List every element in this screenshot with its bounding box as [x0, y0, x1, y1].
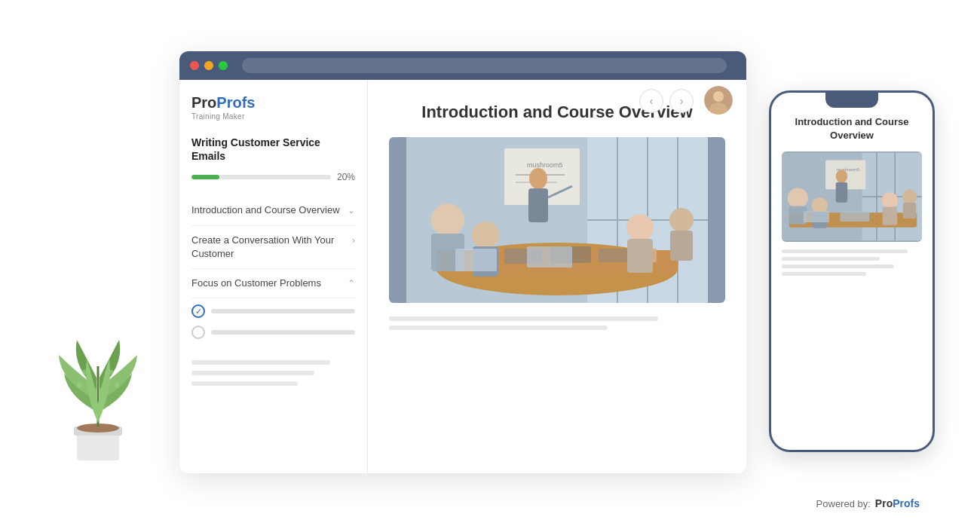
- user-avatar[interactable]: [704, 86, 733, 115]
- phone-line-1: [782, 249, 908, 253]
- phone-slide-title: Introduction and Course Overview: [782, 115, 922, 142]
- course-title: Writing Customer Service Emails: [191, 136, 355, 163]
- placeholder-line-1: [191, 360, 330, 365]
- sidebar: ProProfs Training Maker Writing Customer…: [179, 80, 368, 473]
- prev-icon: ‹: [650, 95, 654, 107]
- svg-rect-37: [455, 249, 497, 271]
- svg-rect-36: [670, 231, 693, 261]
- svg-point-50: [836, 170, 848, 183]
- svg-rect-51: [836, 182, 848, 203]
- check-circle-icon: ✓: [191, 304, 205, 318]
- next-icon: ›: [680, 95, 684, 107]
- chevron-up-icon: ⌃: [348, 278, 355, 289]
- progress-row: 20%: [191, 172, 355, 182]
- radio-empty-icon: [191, 326, 205, 339]
- svg-point-35: [669, 208, 694, 232]
- content-line-2: [389, 326, 608, 330]
- close-dot: [190, 61, 199, 70]
- powered-pro: Pro: [875, 497, 893, 509]
- slide-content-lines: [389, 316, 725, 330]
- subnav: ✓: [191, 298, 355, 350]
- nav-item-conversation[interactable]: Create a Conversation With Your Customer…: [191, 226, 355, 269]
- svg-point-54: [812, 197, 828, 213]
- powered-profs: Profs: [893, 497, 920, 509]
- placeholder-line-3: [191, 381, 298, 386]
- svg-rect-57: [883, 207, 897, 225]
- content-navigation: ‹ ›: [639, 89, 694, 113]
- svg-rect-59: [903, 203, 916, 219]
- phone-notch: [825, 93, 878, 108]
- svg-point-26: [529, 168, 547, 189]
- svg-rect-61: [841, 212, 870, 222]
- next-button[interactable]: ›: [669, 89, 694, 113]
- svg-rect-38: [527, 246, 572, 268]
- browser-window: ProProfs Training Maker Writing Customer…: [179, 51, 746, 473]
- chevron-right-icon: ›: [352, 235, 355, 246]
- maximize-dot: [219, 61, 228, 70]
- phone-content: Introduction and Course Overview mushroo…: [771, 93, 933, 450]
- logo-subtitle: Training Maker: [191, 112, 355, 121]
- svg-point-33: [626, 214, 654, 241]
- svg-rect-34: [627, 239, 653, 273]
- svg-rect-27: [528, 188, 548, 222]
- mobile-phone: Introduction and Course Overview mushroo…: [769, 90, 935, 452]
- logo-area: ProProfs Training Maker: [191, 95, 355, 121]
- phone-content-lines: [782, 249, 922, 276]
- phone-line-3: [782, 264, 894, 268]
- logo-profs: Profs: [216, 94, 255, 111]
- browser-titlebar: [179, 51, 746, 80]
- minimize-dot: [204, 61, 213, 70]
- nav-item-focus-label: Focus on Customer Problems: [191, 277, 343, 290]
- slide-image: mushroom5: [389, 137, 725, 303]
- progress-bar-fill: [191, 175, 219, 179]
- subnav-item-2[interactable]: [191, 326, 355, 339]
- progress-percentage: 20%: [337, 172, 355, 182]
- powered-by: Powered by: ProProfs: [816, 497, 920, 509]
- subnav-line-2: [211, 330, 355, 335]
- nav-item-introduction[interactable]: Introduction and Course Overview ⌄: [191, 196, 355, 225]
- content-line-1: [389, 316, 658, 321]
- scene: ProProfs Training Maker Writing Customer…: [0, 0, 980, 532]
- powered-logo: ProProfs: [875, 497, 920, 509]
- url-bar: [242, 58, 727, 73]
- plant-decoration: [45, 306, 151, 472]
- svg-point-7: [110, 370, 114, 375]
- svg-point-31: [472, 222, 499, 249]
- logo-pro: Pro: [191, 94, 216, 111]
- nav-item-introduction-label: Introduction and Course Overview: [191, 203, 343, 217]
- prev-button[interactable]: ‹: [639, 89, 663, 113]
- browser-body: ProProfs Training Maker Writing Customer…: [179, 80, 746, 473]
- logo: ProProfs Training Maker: [191, 95, 355, 121]
- svg-point-40: [713, 91, 724, 102]
- svg-rect-60: [804, 212, 829, 223]
- subnav-line-1: [211, 309, 355, 313]
- sidebar-placeholder-lines: [191, 360, 355, 386]
- progress-bar-track: [191, 175, 331, 179]
- subnav-item-1[interactable]: ✓: [191, 304, 355, 318]
- svg-point-56: [882, 193, 898, 209]
- svg-text:mushroom5: mushroom5: [527, 161, 563, 169]
- phone-slide-image: mushroom5: [782, 151, 922, 242]
- nav-item-focus[interactable]: Focus on Customer Problems ⌃: [191, 269, 355, 298]
- main-content: Introduction and Course Overview: [368, 80, 746, 473]
- svg-point-6: [115, 382, 119, 388]
- phone-line-4: [782, 272, 866, 276]
- powered-by-text: Powered by:: [816, 498, 871, 509]
- svg-point-58: [902, 190, 917, 204]
- chevron-down-icon: ⌄: [348, 205, 355, 216]
- nav-item-conversation-label: Create a Conversation With Your Customer: [191, 234, 348, 261]
- svg-point-5: [83, 370, 87, 375]
- phone-line-2: [782, 257, 880, 261]
- placeholder-line-2: [191, 371, 314, 375]
- svg-point-4: [77, 382, 81, 388]
- svg-point-52: [788, 188, 808, 209]
- svg-point-29: [431, 203, 464, 237]
